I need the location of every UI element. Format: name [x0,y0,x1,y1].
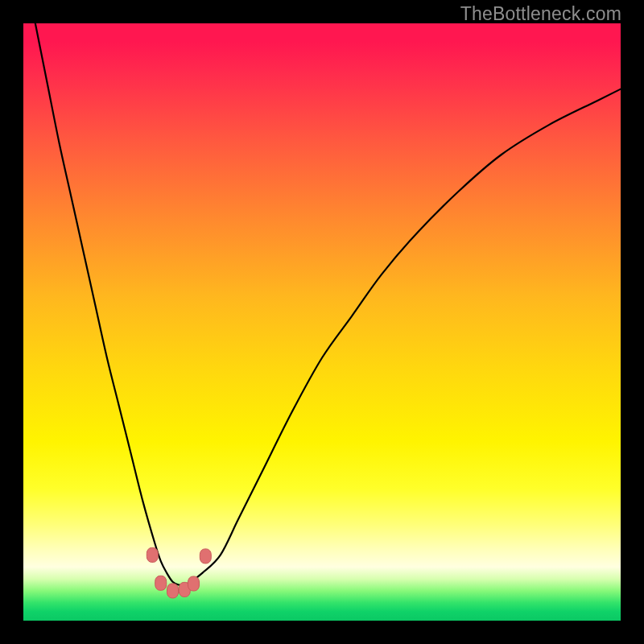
curve-layer [23,23,621,621]
marker-dot [188,576,200,591]
marker-dot [155,576,167,590]
marker-dot [167,584,179,598]
bottleneck-curve [35,23,621,585]
watermark-text: TheBottleneck.com [460,3,621,25]
marker-dot [200,549,211,564]
plot-area [23,23,621,621]
marker-dot [147,547,158,562]
chart-frame: TheBottleneck.com [0,0,644,644]
